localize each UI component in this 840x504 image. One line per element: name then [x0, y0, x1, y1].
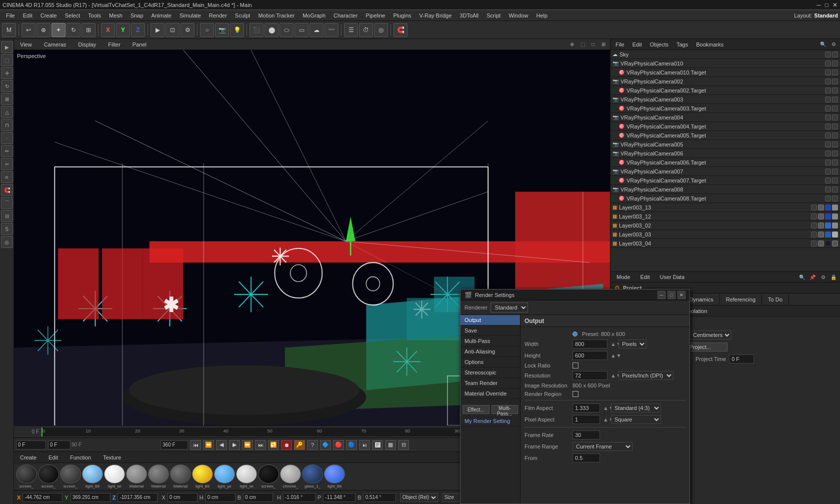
vis-l17[interactable]: [811, 240, 817, 246]
vis-grey2-sky[interactable]: [832, 52, 838, 58]
menu-snap[interactable]: Snap: [126, 12, 148, 20]
play-next-btn[interactable]: ⏩: [242, 440, 253, 450]
rs-nav-myrender[interactable]: My Render Setting: [460, 416, 520, 426]
vis-20[interactable]: [832, 142, 838, 148]
toolbar-select-icon[interactable]: ⊕: [36, 23, 50, 37]
vp-tab-cameras[interactable]: Cameras: [40, 40, 70, 48]
vis-15[interactable]: [825, 124, 831, 130]
menu-file[interactable]: File: [2, 12, 19, 20]
menu-tools[interactable]: Tools: [84, 12, 105, 20]
material-item-13[interactable]: glass_1_: [302, 464, 323, 488]
vp-icon-1[interactable]: ⊕: [568, 40, 576, 49]
rot-p-input[interactable]: [323, 493, 356, 502]
left-btn-bridge[interactable]: ≡: [1, 171, 13, 183]
obj-row-layer13[interactable]: ▦ Layer003_13: [610, 203, 840, 212]
vis-l11[interactable]: [825, 222, 831, 228]
frame-start-input[interactable]: [48, 440, 70, 450]
rs-resolution-input[interactable]: [572, 371, 608, 380]
left-btn-bend[interactable]: ⌒: [1, 197, 13, 209]
material-item-14[interactable]: light_Bli: [324, 464, 345, 488]
vis-grey-sky[interactable]: [825, 52, 831, 58]
left-btn-paint[interactable]: ✏: [1, 145, 13, 157]
material-item-9[interactable]: light_ye: [214, 464, 235, 488]
toolbar-rotate-icon[interactable]: ↻: [66, 23, 80, 37]
obj-tags[interactable]: Tags: [674, 40, 691, 48]
obj-row-cam010t[interactable]: 🎯 VRayPhysicalCamera010.Target: [610, 68, 840, 77]
vis-23[interactable]: [825, 160, 831, 166]
obj-file[interactable]: File: [612, 40, 628, 48]
obj-edit[interactable]: Edit: [630, 40, 645, 48]
left-btn-edge[interactable]: ⊓: [1, 119, 13, 131]
play-loop-btn[interactable]: 🔁: [268, 440, 279, 450]
rs-nav-matoverride[interactable]: Material Override: [460, 388, 520, 399]
menu-vray[interactable]: V-Ray Bridge: [416, 12, 456, 20]
obj-row-cam002t[interactable]: 🎯 VRayPhysicalCamera002.Target: [610, 86, 840, 95]
vis-l15[interactable]: [825, 232, 831, 238]
minimize-btn[interactable]: ─: [816, 2, 821, 8]
play-end-btn[interactable]: ⏭: [255, 440, 266, 450]
mode-lock-icon[interactable]: 🔒: [829, 272, 838, 282]
play-back-btn[interactable]: ◀: [216, 440, 227, 450]
rs-nav-multipass[interactable]: Multi-Pass: [460, 336, 520, 346]
anim-btn1[interactable]: 🔷: [320, 440, 331, 450]
toolbar-x-icon[interactable]: X: [101, 23, 115, 37]
vis-28[interactable]: [832, 178, 838, 184]
tab-referencing[interactable]: Referencing: [720, 294, 762, 304]
mat-texture[interactable]: Texture: [99, 454, 125, 462]
menu-create[interactable]: Create: [36, 12, 61, 20]
left-btn-move[interactable]: ✛: [1, 67, 13, 79]
left-btn-poly[interactable]: △: [1, 106, 13, 118]
menu-edit[interactable]: Edit: [19, 12, 36, 20]
obj-objects[interactable]: Objects: [647, 40, 672, 48]
rot-h-input[interactable]: [283, 493, 316, 502]
obj-settings-icon[interactable]: ⚙: [829, 40, 838, 49]
rs-nav-stereoscopic[interactable]: Stereoscopic: [460, 368, 520, 378]
vis-14[interactable]: [832, 114, 838, 120]
obj-row-layer03[interactable]: ▦ Layer003_03: [610, 230, 840, 239]
vp-icon-2[interactable]: ⬚: [578, 40, 587, 49]
rs-nav-output[interactable]: Output: [460, 315, 520, 326]
obj-row-cam004t[interactable]: 🎯 VRayPhysicalCamera004.Target: [610, 122, 840, 131]
keyframe-btn[interactable]: 🔑: [294, 440, 305, 450]
rs-close-btn[interactable]: ✕: [678, 291, 686, 299]
current-frame-input[interactable]: [16, 440, 46, 450]
rs-nav-teamrender[interactable]: Team Render: [460, 378, 520, 388]
vis-l7[interactable]: [825, 214, 831, 220]
obj-row-cam002[interactable]: 📷 VRayPhysicalCamera002: [610, 77, 840, 86]
material-item-0[interactable]: screen_: [16, 464, 37, 488]
vis-31[interactable]: [825, 196, 831, 202]
obj-row-cam003t[interactable]: 🎯 VRayPhysicalCamera003.Target: [610, 104, 840, 113]
rs-nav-options[interactable]: Options: [460, 357, 520, 368]
left-btn-rotate[interactable]: ↻: [1, 80, 13, 92]
obj-row-cam005[interactable]: 📷 VRayPhysicalCamera005: [610, 140, 840, 149]
vis-l12[interactable]: [832, 222, 838, 228]
toolbar-floor-icon[interactable]: ▭: [294, 23, 308, 37]
menu-mesh[interactable]: Mesh: [105, 12, 126, 20]
vis-19[interactable]: [825, 142, 831, 148]
rs-framerate-input[interactable]: [572, 430, 600, 440]
rs-preset-radio[interactable]: [572, 332, 578, 336]
menu-animate[interactable]: Animate: [148, 12, 176, 20]
toolbar-spline-icon[interactable]: 〰: [324, 23, 338, 37]
material-item-10[interactable]: light_wi: [236, 464, 257, 488]
anim-btn4[interactable]: ⏯: [359, 440, 370, 450]
obj-row-layer04[interactable]: ▦ Layer003_04: [610, 239, 840, 248]
rs-from-input[interactable]: [572, 454, 600, 462]
pos-y-input[interactable]: [70, 493, 110, 502]
vis-27[interactable]: [825, 178, 831, 184]
vis-l13[interactable]: [811, 232, 817, 238]
material-item-6[interactable]: Material: [148, 464, 169, 488]
menu-pipeline[interactable]: Pipeline: [362, 12, 389, 20]
menu-mograph[interactable]: MoGraph: [298, 12, 330, 20]
toolbar-y-icon[interactable]: Y: [116, 23, 130, 37]
mode-pin-icon[interactable]: 📌: [808, 272, 817, 282]
vis-11[interactable]: [825, 106, 831, 112]
tab-todo[interactable]: To Do: [762, 294, 789, 304]
vis-12[interactable]: [832, 106, 838, 112]
vis-l16[interactable]: [832, 232, 838, 238]
obj-row-cam006[interactable]: 📷 VRayPhysicalCamera006: [610, 149, 840, 158]
vis-22[interactable]: [832, 150, 838, 156]
left-btn-scale[interactable]: ⊞: [1, 93, 13, 105]
vis-1[interactable]: [825, 60, 831, 66]
toolbar-scale-icon[interactable]: ⊞: [82, 23, 96, 37]
